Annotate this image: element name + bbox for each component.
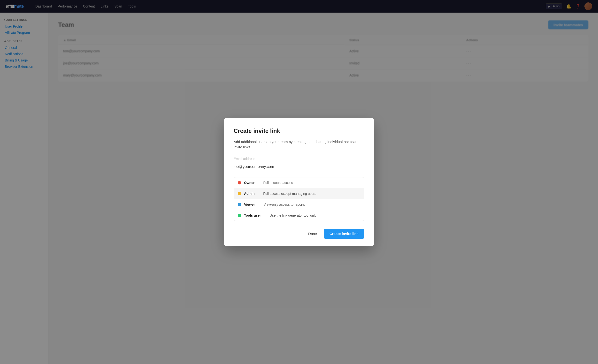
viewer-dot	[238, 203, 241, 206]
done-button[interactable]: Done	[304, 229, 321, 238]
role-name-viewer: Viewer	[244, 203, 255, 207]
admin-dot	[238, 192, 241, 195]
modal-footer: Done Create invite link	[234, 229, 364, 239]
role-item-viewer[interactable]: Viewer – View-only access to reports	[234, 199, 364, 210]
email-input[interactable]	[234, 163, 364, 171]
role-name-tools-user: Tools user	[244, 214, 261, 217]
role-list: Owner – Full account access Admin – Full…	[234, 177, 364, 221]
role-name-owner: Owner	[244, 181, 255, 185]
create-invite-modal: Create invite link Add additional users …	[224, 118, 374, 246]
modal-overlay[interactable]: Create invite link Add additional users …	[0, 0, 598, 364]
role-item-tools-user[interactable]: Tools user – Use the link generator tool…	[234, 210, 364, 221]
email-input-label: Email address	[234, 157, 364, 161]
role-item-owner[interactable]: Owner – Full account access	[234, 177, 364, 188]
owner-dot	[238, 181, 241, 184]
role-desc-admin: Full access except managing users	[263, 192, 316, 196]
tools-user-dot	[238, 214, 241, 217]
role-name-admin: Admin	[244, 192, 255, 196]
modal-title: Create invite link	[234, 128, 364, 134]
role-sep-owner: –	[258, 181, 260, 185]
role-desc-tools-user: Use the link generator tool only	[270, 214, 316, 217]
role-sep-admin: –	[258, 192, 260, 196]
role-sep-tools-user: –	[264, 214, 266, 217]
create-invite-link-button[interactable]: Create invite link	[324, 229, 364, 239]
role-desc-owner: Full account access	[263, 181, 293, 185]
role-sep-viewer: –	[258, 203, 260, 207]
role-item-admin[interactable]: Admin – Full access except managing user…	[234, 188, 364, 199]
modal-description: Add additional users to your team by cre…	[234, 139, 364, 150]
role-desc-viewer: View-only access to reports	[264, 203, 305, 207]
